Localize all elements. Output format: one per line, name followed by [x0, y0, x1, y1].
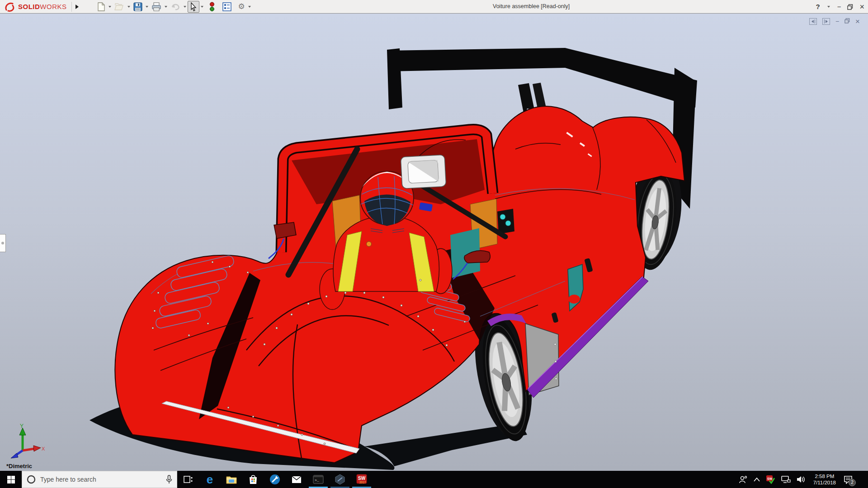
help-dropdown[interactable] — [826, 1, 831, 13]
restore-button[interactable] — [847, 4, 853, 10]
divider — [71, 2, 72, 12]
edge-icon: e — [207, 474, 213, 485]
window-controls: ? − × — [816, 0, 864, 14]
quick-toolbar: ⚙ — [95, 1, 252, 13]
new-document-button[interactable] — [95, 1, 107, 13]
print-dropdown[interactable] — [164, 1, 168, 13]
dev-hexagon-button[interactable] — [329, 471, 351, 488]
child-restore-icon — [844, 18, 850, 23]
speaker-icon — [797, 475, 806, 483]
gear-icon: ⚙ — [238, 2, 245, 11]
file-explorer-button[interactable] — [221, 471, 242, 488]
task-view-icon — [183, 475, 193, 483]
command-prompt-icon: >_ — [313, 475, 324, 484]
edge-button[interactable]: e — [199, 471, 221, 488]
sw-year: 2017 — [359, 481, 366, 484]
file-explorer-icon — [226, 475, 237, 484]
solidworks-2017-icon: SW 2017 — [356, 474, 368, 485]
options-button[interactable]: ⚙ — [236, 1, 247, 13]
command-prompt-button[interactable]: >_ — [307, 471, 329, 488]
view-orientation-label: *Dimetric — [6, 463, 32, 469]
clock-date: 7/11/2018 — [813, 479, 836, 486]
people-icon — [739, 475, 748, 483]
new-document-dropdown[interactable] — [108, 1, 112, 13]
restore-icon — [847, 4, 853, 10]
microphone-icon — [166, 475, 172, 484]
action-center-button[interactable]: 2 — [844, 475, 853, 484]
select-tool-button[interactable] — [188, 1, 199, 13]
start-button[interactable] — [0, 471, 22, 488]
child-restore-button[interactable] — [844, 18, 850, 25]
expand-menu-button[interactable] — [73, 1, 82, 12]
brand-bold: SOLID — [18, 3, 40, 10]
print-icon — [151, 2, 161, 11]
solidworks-logo: SOLIDWORKS — [0, 0, 71, 13]
title-bar: SOLIDWORKS — [0, 0, 868, 14]
settings-tool-button[interactable] — [264, 471, 286, 488]
store-button[interactable] — [242, 471, 264, 488]
search-input[interactable] — [40, 476, 161, 483]
wrench-circle-icon — [269, 474, 280, 485]
solidworks-window: SOLIDWORKS — [0, 0, 868, 488]
brand-light: WORKS — [40, 3, 66, 10]
axis-x-label: X — [42, 446, 45, 451]
document-title: Voiture assemblee [Read-only] — [493, 3, 570, 9]
save-dropdown[interactable] — [145, 1, 149, 13]
people-button[interactable] — [739, 475, 748, 483]
tab-grip-dot — [1, 242, 4, 244]
stoplight-icon — [209, 2, 215, 12]
child-minimize-button[interactable]: − — [835, 18, 839, 25]
arrow-right-icon — [824, 19, 829, 23]
svg-text:SW: SW — [767, 477, 773, 480]
help-button[interactable]: ? — [816, 0, 820, 14]
child-close-button[interactable]: × — [855, 18, 860, 25]
network-icon — [781, 475, 791, 483]
mail-button[interactable] — [286, 471, 307, 488]
properties-list-icon — [222, 2, 231, 11]
undo-dropdown[interactable] — [183, 1, 187, 13]
feature-panel-tab[interactable] — [0, 234, 6, 252]
save-floppy-icon — [133, 2, 142, 11]
graphics-viewport[interactable]: − × Y X *Dimetric — [0, 14, 868, 471]
solidworks-2017-button[interactable]: SW 2017 — [351, 471, 373, 488]
close-button[interactable]: × — [859, 0, 864, 14]
new-document-icon — [97, 2, 105, 11]
hexagon-app-icon — [335, 474, 345, 485]
open-button[interactable] — [113, 1, 126, 13]
fuel-cap — [367, 242, 372, 247]
arrow-left-icon — [811, 19, 816, 23]
view-stoplight-button[interactable] — [208, 1, 217, 13]
tray-overflow-button[interactable] — [754, 478, 760, 482]
viewport-window-controls: − × — [809, 18, 860, 25]
windows-taskbar: e — [0, 471, 868, 488]
options-dropdown[interactable] — [247, 1, 252, 13]
task-view-button[interactable] — [177, 471, 199, 488]
undo-button[interactable] — [169, 1, 182, 13]
pane-right-button[interactable] — [822, 18, 830, 25]
network-button[interactable] — [781, 475, 791, 483]
taskbar-clock[interactable]: 2:58 PM 7/11/2018 — [811, 473, 838, 486]
chevron-up-icon — [754, 478, 760, 482]
cursor-icon — [189, 2, 198, 11]
print-button[interactable] — [150, 1, 163, 13]
sw-letters: SW — [358, 476, 366, 481]
solidworks-tray-button[interactable]: SW — [766, 475, 775, 484]
notification-badge: 2 — [849, 479, 856, 486]
solidworks-tray-icon: SW — [766, 475, 775, 484]
cmd-glyph: >_ — [315, 478, 319, 482]
system-tray: SW 2:58 PM 7/11/2018 — [739, 471, 868, 488]
undo-icon — [170, 3, 180, 11]
minimize-button[interactable]: − — [837, 0, 841, 14]
pane-left-button[interactable] — [809, 18, 817, 25]
store-icon — [249, 474, 258, 484]
brand-text: SOLIDWORKS — [18, 3, 67, 10]
save-button[interactable] — [132, 1, 144, 13]
open-folder-icon — [114, 3, 124, 11]
taskbar-search[interactable] — [22, 471, 177, 488]
select-tool-dropdown[interactable] — [200, 1, 204, 13]
properties-button[interactable] — [221, 1, 233, 13]
open-dropdown[interactable] — [127, 1, 131, 13]
volume-button[interactable] — [797, 475, 806, 483]
clock-time: 2:58 PM — [813, 473, 836, 479]
mail-icon — [292, 476, 302, 483]
